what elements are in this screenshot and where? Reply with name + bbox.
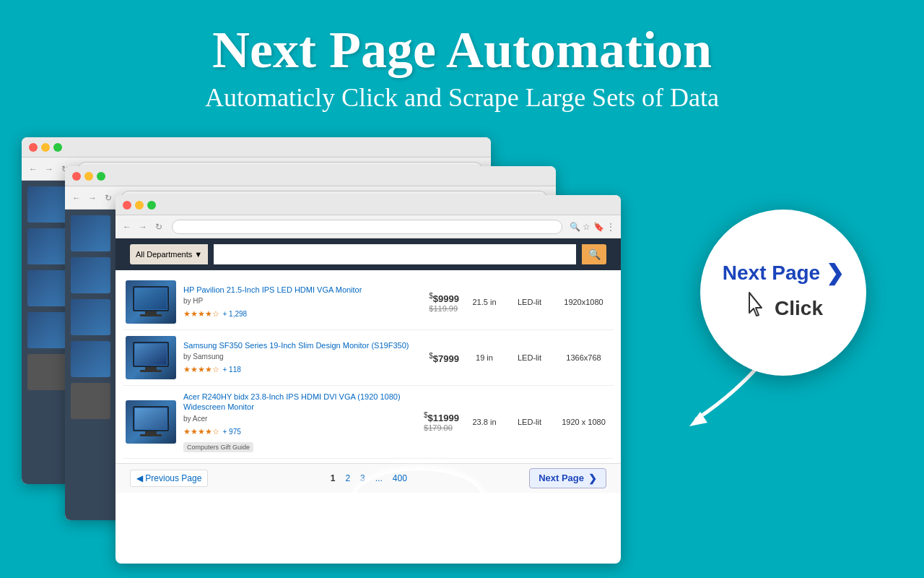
svg-rect-13 bbox=[145, 431, 157, 434]
url-bar-3[interactable] bbox=[172, 220, 562, 234]
products-area: HP Pavilion 21.5-Inch IPS LED HDMI VGA M… bbox=[116, 270, 621, 463]
price-current-2: $7999 bbox=[433, 353, 459, 364]
price-original-1: $119.99 bbox=[429, 304, 459, 313]
circle-click-text: Click bbox=[775, 297, 823, 320]
price-original-3: $179.00 bbox=[424, 423, 459, 432]
next-page-label: Next Page bbox=[539, 473, 584, 483]
main-title: Next Page Automation bbox=[0, 22, 924, 79]
back-arrow-2: ← bbox=[71, 192, 82, 204]
page-400[interactable]: 400 bbox=[389, 472, 411, 485]
refresh-2: ↻ bbox=[103, 192, 114, 204]
circle-click-row: Click bbox=[744, 291, 823, 325]
product-reviews-2[interactable]: + 118 bbox=[222, 366, 240, 374]
product-stars-2: ★★★★☆ bbox=[183, 365, 219, 374]
svg-rect-14 bbox=[140, 434, 162, 436]
page-numbers: 1 2 3 ... 400 bbox=[327, 472, 411, 485]
prev-page-label: ◀ Previous Page bbox=[136, 473, 201, 483]
product-stars-3: ★★★★☆ bbox=[183, 427, 219, 436]
search-button[interactable]: 🔍 bbox=[582, 244, 606, 264]
table-row: HP Pavilion 21.5-Inch IPS LED HDMI VGA M… bbox=[123, 275, 614, 330]
product-size-2: 19 in bbox=[466, 353, 502, 362]
product-image-2 bbox=[126, 336, 176, 379]
circle-next-page-text: Next Page bbox=[723, 262, 820, 285]
page-1[interactable]: 1 bbox=[327, 472, 339, 485]
traffic-lights-3 bbox=[123, 201, 156, 210]
next-chevron-icon: ❯ bbox=[588, 473, 597, 484]
product-reviews-1[interactable]: + 1,298 bbox=[222, 310, 247, 318]
svg-rect-7 bbox=[135, 344, 167, 365]
search-input[interactable] bbox=[214, 244, 576, 264]
svg-rect-3 bbox=[145, 311, 157, 314]
svg-rect-12 bbox=[135, 408, 167, 429]
tl-yellow-3 bbox=[135, 201, 144, 210]
svg-rect-9 bbox=[140, 370, 162, 372]
product-title-3[interactable]: Acer R240HY bidx 23.8-Inch IPS HDMI DVI … bbox=[183, 392, 417, 413]
browser-window-3: ← → ↻ 🔍 ☆ 🔖 ⋮ All Departments ▼ 🔍 bbox=[116, 195, 621, 564]
cursor-icon bbox=[744, 291, 769, 325]
refresh-3: ↻ bbox=[153, 221, 165, 233]
svg-rect-2 bbox=[135, 288, 167, 309]
product-title-1[interactable]: HP Pavilion 21.5-Inch IPS LED HDMI VGA M… bbox=[183, 285, 422, 295]
circle-button-container: Next Page ❯ Click bbox=[700, 210, 866, 376]
product-size-3: 23.8 in bbox=[466, 418, 502, 426]
circle-chevron-icon: ❯ bbox=[826, 260, 844, 285]
product-res-2: 1366x768 bbox=[557, 353, 611, 362]
tl-green-1 bbox=[53, 143, 62, 152]
tl-yellow-2 bbox=[84, 172, 93, 181]
monitor-svg-1 bbox=[129, 284, 173, 320]
page-2[interactable]: 2 bbox=[341, 472, 354, 485]
gift-badge: Computers Gift Guide bbox=[183, 442, 253, 452]
table-row: Acer R240HY bidx 23.8-Inch IPS HDMI DVI … bbox=[123, 386, 614, 459]
product-image-3 bbox=[126, 400, 176, 444]
back-arrow-1: ← bbox=[27, 163, 39, 175]
product-res-1: 1920x1080 bbox=[557, 298, 611, 306]
product-stars-1: ★★★★☆ bbox=[183, 309, 219, 318]
product-title-2[interactable]: Samsung SF350 Series 19-Inch Slim Design… bbox=[183, 340, 422, 350]
navbar-3: ← → ↻ 🔍 ☆ 🔖 ⋮ bbox=[116, 215, 621, 238]
product-type-3: LED-lit bbox=[510, 418, 549, 426]
product-type-2: LED-lit bbox=[510, 353, 549, 362]
product-brand-2: by Samsung bbox=[183, 353, 422, 361]
table-row: Samsung SF350 Series 19-Inch Slim Design… bbox=[123, 330, 614, 386]
svg-rect-8 bbox=[145, 367, 157, 370]
svg-rect-4 bbox=[140, 314, 162, 316]
page-dots: ... bbox=[372, 472, 386, 485]
product-info-1: HP Pavilion 21.5-Inch IPS LED HDMI VGA M… bbox=[183, 285, 422, 319]
product-brand-3: by Acer bbox=[183, 415, 417, 423]
next-page-button[interactable]: Next Page ❯ bbox=[529, 468, 606, 488]
prev-page-button[interactable]: ◀ Previous Page bbox=[130, 470, 208, 487]
product-price-1: $$9999 $119.99 bbox=[429, 292, 459, 313]
price-current-3: $11999 bbox=[428, 413, 459, 423]
titlebar-1 bbox=[22, 137, 491, 158]
page-3[interactable]: 3 bbox=[357, 472, 369, 485]
titlebar-3 bbox=[116, 195, 621, 215]
product-image-1 bbox=[126, 280, 176, 324]
sub-title: Automaticly Click and Scrape Large Sets … bbox=[0, 82, 924, 113]
tl-red-1 bbox=[29, 143, 38, 152]
forward-arrow-3: → bbox=[137, 221, 149, 233]
titlebar-2 bbox=[65, 166, 556, 186]
traffic-lights-1 bbox=[29, 143, 62, 152]
forward-arrow-1: → bbox=[43, 163, 55, 175]
pagination-bar: ◀ Previous Page 1 2 3 ... 400 Next Page … bbox=[116, 463, 621, 493]
browsers-container: ← → ↻ ← → ↻ bbox=[22, 137, 650, 556]
circle-next-page-row: Next Page ❯ bbox=[723, 260, 844, 285]
product-brand-1: by HP bbox=[183, 297, 422, 305]
circle-next-page-button[interactable]: Next Page ❯ Click bbox=[700, 210, 866, 376]
product-price-2: $$7999 bbox=[429, 352, 459, 364]
forward-arrow-2: → bbox=[87, 192, 98, 204]
product-info-2: Samsung SF350 Series 19-Inch Slim Design… bbox=[183, 340, 422, 375]
monitor-svg-3 bbox=[129, 404, 173, 440]
product-info-3: Acer R240HY bidx 23.8-Inch IPS HDMI DVI … bbox=[183, 392, 417, 452]
traffic-lights-2 bbox=[72, 172, 105, 181]
price-current-1: $9999 bbox=[433, 293, 459, 304]
tl-red-2 bbox=[72, 172, 81, 181]
product-reviews-3[interactable]: + 975 bbox=[222, 428, 240, 436]
product-type-1: LED-lit bbox=[510, 298, 549, 306]
nav-icons-3: 🔍 ☆ 🔖 ⋮ bbox=[570, 222, 615, 232]
monitor-svg-2 bbox=[129, 340, 173, 376]
tl-green-3 bbox=[147, 201, 156, 210]
dept-select[interactable]: All Departments ▼ bbox=[130, 244, 208, 264]
back-arrow-3: ← bbox=[121, 221, 133, 233]
product-size-1: 21.5 in bbox=[466, 298, 502, 306]
